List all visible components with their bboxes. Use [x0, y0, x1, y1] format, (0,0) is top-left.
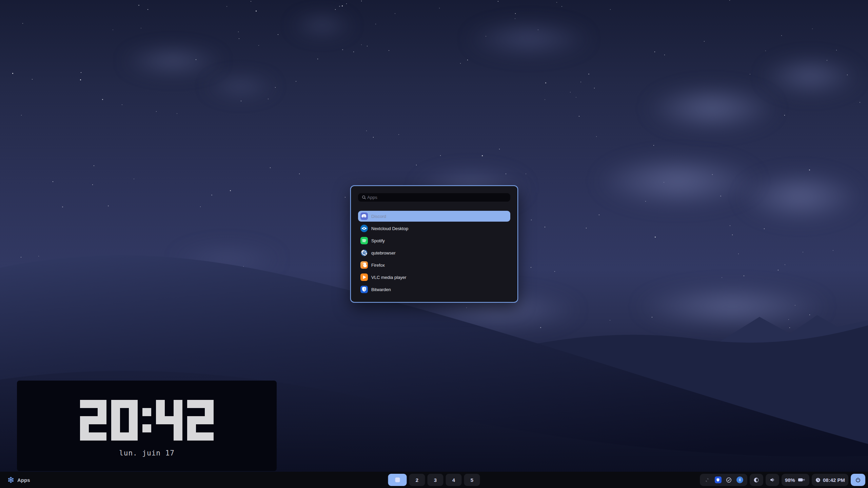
search-icon [361, 195, 367, 200]
clock-digit-colon [142, 400, 151, 441]
app-row-vlc-media-player[interactable]: VLC media player [358, 272, 510, 283]
snowflake-logo-icon [7, 476, 14, 483]
clock-date: lun. juin 17 [119, 449, 175, 457]
app-row-firefox[interactable]: Firefox [358, 260, 510, 270]
taskbar: Apps 2345 [0, 472, 868, 488]
app-row-bitwarden[interactable]: Bitwarden [358, 284, 510, 295]
active-workspace-indicator [395, 477, 400, 482]
power-icon [855, 476, 862, 483]
battery-percent: 98% [785, 477, 795, 483]
clock-digit-2 [187, 400, 214, 441]
apps-menu-button[interactable]: Apps [3, 475, 34, 485]
workspace-2[interactable]: 2 [409, 474, 425, 486]
system-tray [700, 474, 747, 486]
app-row-discord[interactable]: Discord [358, 211, 510, 222]
digital-clock [80, 400, 214, 441]
power-button[interactable] [851, 474, 865, 486]
night-light-toggle[interactable] [750, 474, 763, 486]
clock-digit-0 [111, 400, 138, 441]
speaker-icon [769, 476, 776, 483]
bitwarden-tray-icon[interactable] [715, 476, 722, 483]
taskbar-time: 08:42 PM [823, 477, 845, 483]
tray: 98% 08:42 PM [700, 474, 865, 486]
firefox-icon [360, 261, 368, 269]
app-row-qutebrowser[interactable]: qutebrowser [358, 247, 510, 258]
kdeconnect-icon[interactable] [704, 476, 711, 483]
nextcloud-icon [360, 225, 368, 232]
search-input[interactable] [367, 195, 507, 200]
battery-charging-icon [797, 476, 806, 483]
app-row-nextcloud-desktop[interactable]: Nextcloud Desktop [358, 223, 510, 234]
vlc-icon [360, 273, 368, 281]
volume-control[interactable] [766, 474, 779, 486]
app-row-spotify[interactable]: Spotify [358, 235, 510, 246]
launcher-search[interactable] [358, 193, 510, 202]
workspaces: 2345 [388, 474, 480, 486]
qutebrowser-icon [360, 249, 368, 257]
bluetooth-icon[interactable] [736, 476, 743, 483]
workspace-4[interactable]: 4 [446, 474, 462, 486]
moon-icon [753, 476, 760, 483]
app-list: Discord Nextcloud Desktop Spotify qutebr… [358, 211, 510, 295]
battery-indicator[interactable]: 98% [782, 474, 809, 486]
bitwarden-icon [360, 286, 368, 293]
clock-pill[interactable]: 08:42 PM [812, 474, 848, 486]
check-circle-icon[interactable] [726, 476, 732, 483]
workspace-5[interactable]: 5 [464, 474, 480, 486]
discord-icon [360, 212, 368, 220]
app-launcher: Discord Nextcloud Desktop Spotify qutebr… [350, 185, 518, 303]
clock-widget: lun. juin 17 [17, 381, 277, 471]
clock-digit-2 [80, 400, 106, 441]
clock-digit-4 [156, 400, 182, 441]
spotify-icon [360, 237, 368, 244]
apps-menu-label: Apps [17, 477, 30, 483]
workspace-3[interactable]: 3 [428, 474, 443, 486]
workspace-1[interactable] [388, 474, 407, 486]
clock-icon [815, 476, 821, 483]
